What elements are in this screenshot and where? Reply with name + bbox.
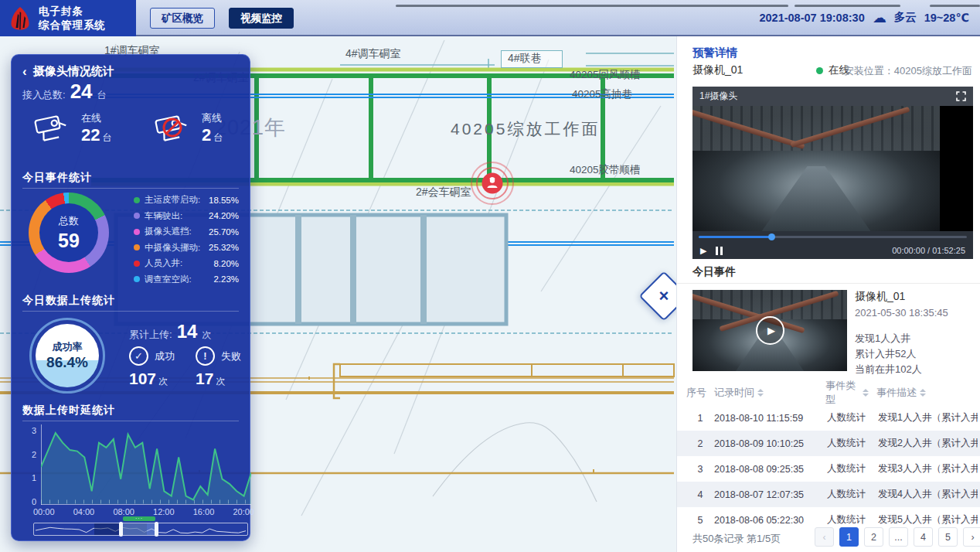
- offline-cameras: 离线 2台: [151, 109, 223, 148]
- column-header: 序号: [686, 386, 714, 400]
- cell-description: 发现4人入井（累计入井52人...: [878, 488, 978, 501]
- next-page-button[interactable]: ›: [963, 527, 980, 547]
- latency-line-chart: [41, 424, 251, 506]
- legend-dot: [134, 261, 140, 267]
- brush-handle-left[interactable]: [119, 522, 123, 537]
- total-unit: 台: [97, 89, 107, 102]
- y-tick: 2: [27, 450, 36, 459]
- panel-title: 摄像头情况统计: [33, 64, 114, 79]
- play-overlay-icon[interactable]: ▶: [756, 316, 784, 345]
- page-button-1[interactable]: 1: [839, 527, 859, 547]
- success-label: 成功: [155, 349, 175, 363]
- cumulative-value: 14: [177, 321, 198, 342]
- event-datetime: 2021-05-30 18:35:45: [855, 307, 948, 319]
- upload-success: ✓ 成功 107次: [129, 346, 175, 388]
- donut-center-value: 59: [58, 230, 80, 252]
- prev-page-button[interactable]: ‹: [815, 527, 834, 547]
- legend-label: 摄像头遮挡:: [145, 226, 192, 237]
- page-ellipsis[interactable]: ...: [889, 527, 908, 547]
- tunnel-floor: [762, 166, 871, 231]
- weather-label: 多云: [894, 10, 917, 25]
- x-tick: 20:00: [233, 507, 254, 516]
- map-label: 40205高抽巷: [572, 87, 632, 101]
- online-status-dot: [816, 67, 823, 74]
- online-cameras: 在线 22台: [30, 109, 111, 148]
- video-title: 1#摄像头: [699, 90, 737, 103]
- page-button-4[interactable]: 4: [914, 527, 933, 547]
- cumulative-label: 累计上传:: [129, 328, 172, 342]
- fullscreen-icon[interactable]: [956, 91, 966, 101]
- table-row[interactable]: 12018-08-10 11:15:59人数统计发现1人入井（累计入井52人..…: [677, 405, 980, 431]
- sort-icon[interactable]: [920, 389, 926, 397]
- cell-time: 2018-08-07 12:07:35: [714, 489, 827, 500]
- play-button[interactable]: ▶: [700, 246, 706, 256]
- table-row[interactable]: 32018-08-08 09:25:35人数统计发现3人入井（累计入井52人..…: [677, 456, 980, 482]
- cell-type: 人数统计: [827, 462, 878, 475]
- offline-label: 离线: [202, 111, 223, 125]
- table-row[interactable]: 42018-08-07 12:07:35人数统计发现4人入井（累计入井52人..…: [677, 482, 980, 507]
- today-events-title: 今日事件: [692, 265, 736, 279]
- pause-icon: [716, 247, 723, 255]
- camera-name: 摄像机_01: [692, 63, 743, 77]
- cumulative-unit: 次: [202, 329, 211, 342]
- alert-detail-title: 预警详情: [692, 46, 737, 60]
- alert-marker-icon: [468, 159, 516, 207]
- fail-label: 失败: [221, 349, 241, 363]
- page-button-2[interactable]: 2: [864, 527, 883, 547]
- section-divider: [22, 188, 239, 189]
- y-tick: 3: [27, 426, 36, 435]
- top-header: 电子封条 综合管理系统 矿区概览 视频监控 2021-08-07 19:08:3…: [0, 0, 980, 36]
- alert-marker[interactable]: [468, 159, 516, 207]
- cumulative-uploads: 累计上传: 14 次: [129, 321, 211, 342]
- brush-selection[interactable]: [121, 523, 156, 535]
- cell-description: 发现1人入井（累计入井52人...: [878, 411, 978, 424]
- cell-type: 人数统计: [827, 488, 878, 501]
- cloud-icon: ☁: [873, 9, 886, 26]
- cell-time: 2018-08-10 11:15:59: [714, 413, 827, 424]
- column-header[interactable]: 事件描述: [876, 386, 926, 400]
- online-label: 在线: [81, 111, 111, 125]
- table-row[interactable]: 22018-08-09 10:10:25人数统计发现2人入井（累计入井52人..…: [677, 431, 980, 456]
- brush-range-bar[interactable]: ···: [123, 516, 155, 521]
- map-label: 4#联巷: [501, 50, 563, 68]
- nav-tab-video-monitor[interactable]: 视频监控: [229, 8, 294, 29]
- video-frame[interactable]: [692, 106, 973, 231]
- video-progress-track[interactable]: [699, 236, 967, 238]
- legend-value: 25.32%: [209, 243, 239, 252]
- legend-label: 中摄像头挪动:: [145, 242, 200, 254]
- legend-item: 中摄像头挪动:25.32%: [134, 242, 239, 254]
- donut-center: 总数 59: [39, 203, 98, 262]
- cell-index: 3: [686, 464, 714, 475]
- latency-x-axis: 00:00 04:00 08:00 12:00 16:00 20:00: [33, 507, 254, 516]
- x-tick: 08:00: [113, 507, 134, 516]
- legend-dot: [134, 244, 140, 250]
- legend-item: 调查室空岗:2.23%: [134, 274, 239, 285]
- app-logo-icon: [8, 5, 32, 32]
- map-label: 40205回风顺槽: [570, 68, 641, 82]
- event-detail-line: 当前在井102人: [855, 363, 922, 377]
- page-button-5[interactable]: 5: [938, 527, 958, 547]
- pagination: ‹12...45›: [815, 527, 980, 547]
- timeline-brush[interactable]: ···: [33, 523, 248, 536]
- event-thumbnail[interactable]: ▶: [692, 290, 847, 371]
- sort-icon[interactable]: [863, 389, 869, 397]
- cell-description: 发现3人入井（累计入井52人...: [878, 462, 978, 475]
- back-icon[interactable]: ‹: [22, 65, 27, 78]
- donut-center-label: 总数: [59, 214, 79, 228]
- x-tick: 04:00: [73, 507, 95, 516]
- video-progress-handle[interactable]: [768, 233, 775, 240]
- legend-item: 摄像头遮挡:25.70%: [134, 226, 239, 237]
- column-header[interactable]: 记录时间: [714, 386, 801, 400]
- sort-icon[interactable]: [757, 389, 764, 397]
- legend-label: 人员入井:: [145, 257, 182, 269]
- video-progress-fill: [699, 236, 771, 238]
- legend-value: 8.20%: [213, 259, 239, 268]
- brush-handle-right[interactable]: [155, 522, 158, 537]
- pause-button[interactable]: [716, 247, 723, 255]
- nav-tab-mine-overview[interactable]: 矿区概览: [150, 8, 215, 29]
- alert-detail-panel: 预警详情 摄像机_01 在线 安装位置：40205综放工作面 1#摄像头: [676, 36, 980, 552]
- section-divider: [22, 311, 239, 312]
- column-header[interactable]: 事件类型: [825, 379, 869, 407]
- map-label: 2#会车硐室: [416, 186, 471, 199]
- cell-description: 发现2人入井（累计入井52人...: [878, 437, 978, 450]
